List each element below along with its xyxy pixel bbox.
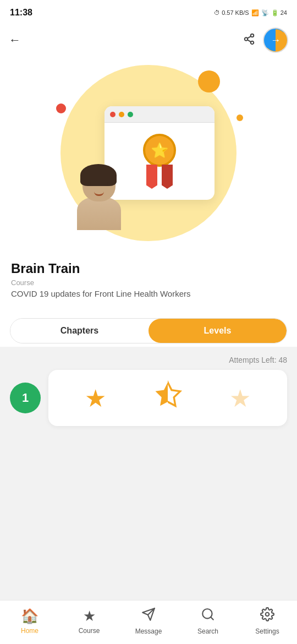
speed-indicator: ⏱ 0.57 KB/S — [214, 9, 249, 16]
course-label: Course — [11, 279, 286, 287]
browser-dot-yellow — [119, 112, 124, 117]
tabs-row: Chapters Levels — [10, 318, 287, 343]
tabs-container: Chapters Levels — [0, 310, 297, 347]
level-badge[interactable]: 1 — [10, 383, 41, 413]
header-right: → — [243, 28, 288, 53]
star-half — [153, 380, 183, 416]
browser-dot-red — [110, 112, 116, 117]
nav-item-message[interactable]: Message — [119, 607, 178, 635]
person-eye-right — [105, 182, 108, 186]
person-head — [82, 168, 116, 201]
course-icon: ★ — [83, 608, 96, 625]
battery-icon: 🔋 24 — [271, 9, 287, 17]
hero-circle: ⭐ — [61, 65, 237, 241]
decoration-dot-orange — [198, 70, 220, 92]
home-icon: 🏠 — [21, 608, 38, 625]
person-face — [87, 178, 111, 197]
app-title: Brain Train — [11, 261, 286, 276]
person-illustration — [77, 168, 121, 230]
nav-item-course[interactable]: ★ Course — [59, 608, 119, 635]
nav-item-settings[interactable]: Settings — [238, 607, 297, 635]
course-info: Brain Train Course COVID 19 updates for … — [0, 252, 297, 310]
level-card[interactable]: ★ ★ — [48, 370, 287, 426]
svg-line-3 — [248, 40, 251, 42]
medal-circle: ⭐ — [143, 134, 176, 167]
course-label-nav: Course — [79, 627, 100, 635]
nav-item-search[interactable]: Search — [178, 607, 238, 635]
person-smile — [94, 192, 104, 196]
status-icons: ⏱ 0.57 KB/S 📶 📡 🔋 24 — [214, 9, 287, 17]
search-icon — [201, 607, 215, 625]
status-bar: 11:38 ⏱ 0.57 KB/S 📶 📡 🔋 24 — [0, 0, 297, 24]
message-icon — [141, 607, 156, 625]
course-name: COVID 19 updates for Front Line Health W… — [11, 288, 286, 299]
bottom-nav: 🏠 Home ★ Course Message Search Settings — [0, 600, 297, 644]
svg-line-4 — [248, 36, 251, 38]
home-label: Home — [21, 627, 38, 635]
settings-icon — [260, 607, 274, 625]
browser-content: ⭐ — [105, 123, 215, 200]
top-header: ← → — [0, 24, 297, 59]
person-body — [77, 197, 121, 230]
hero-section: ⭐ — [0, 59, 297, 252]
status-time: 11:38 — [10, 8, 32, 18]
svg-point-18 — [266, 613, 270, 616]
wifi-icon: 📶 — [251, 9, 259, 17]
avatar[interactable]: → — [263, 28, 288, 53]
star-filled-1: ★ — [85, 384, 106, 412]
browser-dot-green — [128, 112, 133, 117]
decoration-dot-small — [237, 114, 243, 121]
decoration-dot-red — [56, 103, 66, 113]
nav-item-home[interactable]: 🏠 Home — [0, 608, 59, 635]
signal-icon: 📡 — [261, 9, 269, 17]
settings-label: Settings — [255, 627, 279, 635]
ribbon-right — [162, 165, 173, 189]
svg-line-17 — [211, 617, 213, 620]
browser-illustration: ⭐ — [105, 106, 215, 200]
ribbon-left — [146, 165, 157, 189]
svg-text:→: → — [271, 34, 280, 46]
share-button[interactable] — [243, 33, 255, 48]
message-label: Message — [135, 627, 162, 635]
search-label: Search — [197, 627, 218, 635]
tab-chapters[interactable]: Chapters — [10, 319, 148, 343]
star-empty: ★ — [229, 384, 251, 412]
medal-illustration: ⭐ — [143, 134, 176, 189]
tab-levels[interactable]: Levels — [148, 319, 287, 343]
browser-bar — [105, 106, 215, 123]
level-timeline-left: 1 — [10, 383, 41, 413]
person-eye-left — [90, 182, 94, 186]
level-row: 1 ★ ★ — [10, 370, 287, 426]
attempts-label: Attempts Left: 48 — [10, 356, 287, 364]
medal-ribbon — [146, 165, 173, 189]
content-area: Attempts Left: 48 1 ★ ★ — [0, 347, 297, 501]
back-button[interactable]: ← — [9, 33, 21, 47]
